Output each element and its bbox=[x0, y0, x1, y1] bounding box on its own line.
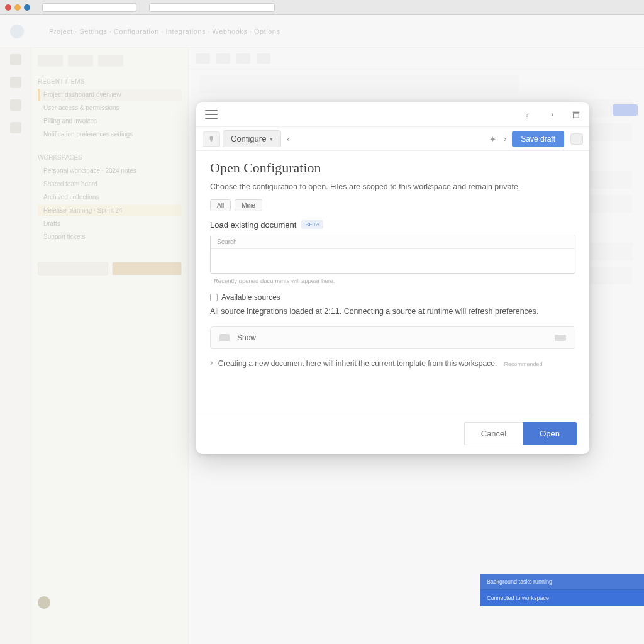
tab-configure[interactable]: Configure ▾ bbox=[223, 130, 281, 147]
cancel-button[interactable]: Cancel bbox=[464, 422, 523, 445]
window-close-dot[interactable] bbox=[5, 4, 11, 11]
save-draft-label: Save draft bbox=[521, 135, 555, 143]
svg-rect-1 bbox=[573, 111, 580, 113]
window-minimize-dot[interactable] bbox=[14, 4, 21, 11]
open-button[interactable]: Open bbox=[523, 422, 577, 445]
chevron-left-icon[interactable]: ‹ bbox=[284, 135, 292, 143]
sparkle-icon[interactable]: ✦ bbox=[489, 135, 498, 143]
modal-subheading: Choose the configuration to open. Files … bbox=[210, 181, 575, 193]
modal-toolbar: ? › bbox=[196, 102, 589, 127]
filter-chip-mine[interactable]: Mine bbox=[235, 199, 262, 211]
status-bar-line[interactable]: Background tasks running bbox=[480, 574, 644, 590]
field-label-row: Load existing document BETA bbox=[210, 220, 575, 230]
status-text: Connected to workspace bbox=[487, 595, 549, 601]
search-input-group: Search bbox=[210, 235, 575, 274]
svg-text:?: ? bbox=[526, 111, 529, 118]
status-text: Background tasks running bbox=[487, 579, 552, 585]
help-icon[interactable]: ? bbox=[524, 110, 533, 119]
helper-text: Recently opened documents will appear he… bbox=[210, 277, 575, 284]
svg-rect-2 bbox=[574, 114, 579, 118]
filter-chips: All Mine bbox=[210, 199, 575, 211]
presence-avatar[interactable] bbox=[38, 596, 50, 609]
browser-tab[interactable] bbox=[42, 3, 136, 12]
filter-chip-all[interactable]: All bbox=[210, 199, 231, 211]
info-note: › Creating a new document here will inhe… bbox=[210, 358, 575, 369]
search-input[interactable] bbox=[211, 249, 575, 270]
info-note-tag: Recommended bbox=[504, 361, 543, 367]
info-note-text: Creating a new document here will inheri… bbox=[218, 359, 497, 368]
tab-label: Configure bbox=[231, 134, 266, 143]
grid-icon bbox=[210, 294, 218, 301]
expand-icon bbox=[555, 335, 566, 341]
cancel-label: Cancel bbox=[481, 429, 506, 438]
more-options-button[interactable] bbox=[570, 133, 583, 145]
chevron-right-icon[interactable]: › bbox=[548, 110, 557, 119]
section-label-text: Available sources bbox=[221, 293, 280, 302]
save-draft-button[interactable]: Save draft bbox=[512, 131, 564, 147]
collapsed-panel[interactable]: Show bbox=[210, 326, 575, 349]
browser-address-bar[interactable] bbox=[149, 3, 275, 12]
section-description: All source integrations loaded at 2:11. … bbox=[210, 306, 575, 318]
status-panel: Background tasks running Connected to wo… bbox=[480, 574, 644, 606]
collapsed-label: Show bbox=[237, 333, 547, 342]
window-zoom-dot[interactable] bbox=[24, 4, 30, 11]
archive-icon[interactable] bbox=[572, 110, 580, 119]
menu-icon[interactable] bbox=[205, 110, 218, 119]
chevron-down-icon: ▾ bbox=[270, 136, 273, 142]
bottom-presence bbox=[38, 596, 50, 609]
bullet-icon: › bbox=[210, 358, 213, 367]
modal-heading: Open Configuration bbox=[210, 160, 575, 176]
field-label: Load existing document bbox=[210, 220, 296, 230]
open-configuration-modal: ? › Configure ▾ ‹ ✦ › Save draft Open Co… bbox=[196, 102, 589, 454]
input-hint: Search bbox=[211, 235, 575, 249]
modal-content: Open Configuration Choose the configurat… bbox=[196, 151, 589, 413]
beta-badge: BETA bbox=[301, 220, 323, 229]
section-label: Available sources bbox=[210, 293, 575, 302]
chevron-right-icon[interactable]: › bbox=[501, 135, 509, 143]
modal-footer: Cancel Open bbox=[196, 413, 589, 454]
open-label: Open bbox=[540, 429, 560, 438]
modal-tabs: Configure ▾ ‹ ✦ › Save draft bbox=[196, 127, 589, 151]
browser-chrome bbox=[0, 0, 644, 15]
status-bar-line[interactable]: Connected to workspace bbox=[480, 590, 644, 606]
tab-pin-icon[interactable] bbox=[203, 131, 220, 147]
list-icon bbox=[219, 334, 230, 341]
